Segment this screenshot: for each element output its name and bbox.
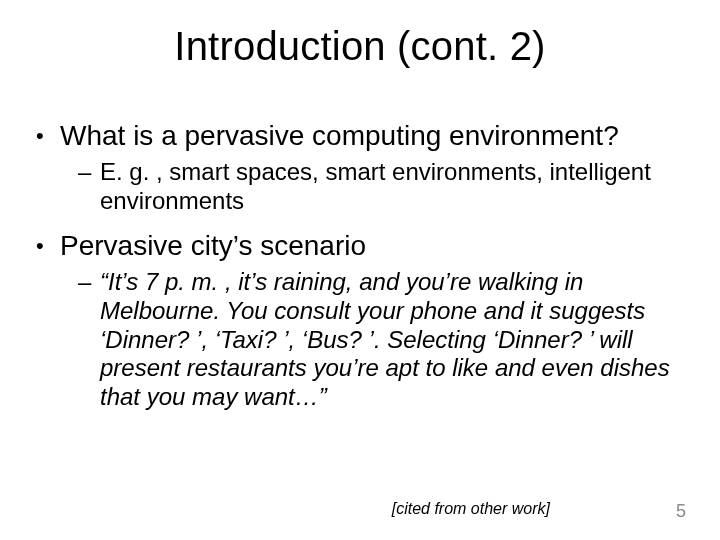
bullet-level2: – E. g. , smart spaces, smart environmen…: [78, 158, 684, 216]
bullet-level2: – “It’s 7 p. m. , it’s raining, and you’…: [78, 268, 684, 412]
bullet-subtext: “It’s 7 p. m. , it’s raining, and you’re…: [100, 268, 684, 412]
slide-body: • What is a pervasive computing environm…: [36, 120, 684, 426]
bullet-level1: • What is a pervasive computing environm…: [36, 120, 684, 152]
bullet-dash-icon: –: [78, 268, 100, 297]
citation-note: [cited from other work]: [392, 500, 550, 518]
bullet-dot-icon: •: [36, 230, 60, 262]
bullet-text: What is a pervasive computing environmen…: [60, 120, 619, 152]
bullet-text: Pervasive city’s scenario: [60, 230, 366, 262]
slide: Introduction (cont. 2) • What is a perva…: [0, 0, 720, 540]
bullet-subtext: E. g. , smart spaces, smart environments…: [100, 158, 684, 216]
bullet-dot-icon: •: [36, 120, 60, 152]
bullet-dash-icon: –: [78, 158, 100, 187]
page-number: 5: [676, 501, 686, 522]
slide-title: Introduction (cont. 2): [0, 24, 720, 69]
bullet-level1: • Pervasive city’s scenario: [36, 230, 684, 262]
